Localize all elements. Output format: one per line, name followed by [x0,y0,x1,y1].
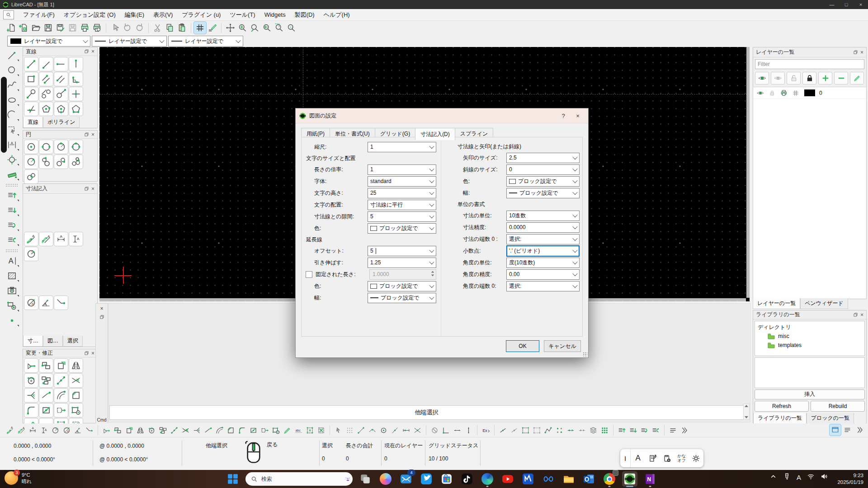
circle-tangent-d-icon[interactable] [24,169,38,184]
ime-dictionary-icon[interactable] [645,449,660,467]
weather-widget[interactable]: 3 9°C 晴れ [5,471,32,485]
circle-tangent-b-icon[interactable] [54,155,68,169]
grid-icon[interactable] [194,22,206,34]
mod-text-icon[interactable]: abc [293,425,304,436]
mod-trim-icon[interactable] [180,425,191,436]
zoom-in-icon[interactable] [236,22,249,34]
mod-move-copy-icon[interactable] [39,373,53,388]
snap-grid-icon[interactable] [344,425,355,436]
mod-mirror-icon[interactable] [135,425,146,436]
dialog-resize-grip[interactable] [583,352,587,357]
angular-format-combo[interactable]: 度(10進数) [506,258,580,268]
circle-2p-radius-icon[interactable] [54,140,68,154]
ext-enlarge-combo[interactable]: 1.25 [368,258,436,268]
restrict-vertical-icon[interactable] [463,425,474,436]
cat-hatch-icon[interactable] [4,268,20,283]
tab-line[interactable]: 直線 [23,117,43,128]
cat-block-icon[interactable] [4,298,20,313]
cat-arc-icon[interactable] [4,108,20,122]
deselect-intersected-icon[interactable] [576,425,588,436]
canvas-vscrollbar[interactable] [746,47,750,298]
line-tangent-2c-icon[interactable] [39,87,53,101]
snap-entity-icon[interactable] [367,425,378,436]
menu-plugins[interactable]: プラグイン (u) [177,9,225,20]
mod-copy-icon[interactable] [39,358,53,373]
scale-combo[interactable]: 1 [368,142,436,152]
mod-properties-icon[interactable] [69,403,83,418]
mod-move-icon[interactable] [101,425,112,436]
cat-ruler-icon[interactable] [4,167,20,182]
cat-image-icon[interactable] [4,283,20,298]
file-explorer-icon[interactable] [561,471,576,487]
line-rel-angle-icon[interactable] [24,102,38,116]
start-button[interactable] [225,471,241,487]
ok-button[interactable]: OK [506,340,539,352]
order-front-icon[interactable] [639,425,650,436]
chevron-more-icon[interactable] [679,425,690,436]
mod-delete-icon[interactable] [316,425,327,436]
close-panel-button[interactable]: × [860,312,863,318]
circle-3p-icon[interactable] [69,140,83,154]
edge-icon[interactable] [480,471,495,487]
mod-trim-icon[interactable] [69,373,83,388]
select-window-icon[interactable] [520,425,531,436]
mod-move-icon[interactable] [24,358,38,373]
mod-properties-icon[interactable] [270,425,282,436]
dim-linear-icon[interactable]: A [39,232,53,246]
snap-intersection-icon[interactable] [412,425,423,436]
line-parallel-icon[interactable] [54,72,68,86]
pen-linetype-combo[interactable]: レイヤー設定で [168,36,243,47]
dim-leader-icon[interactable] [84,425,95,436]
cat-text-icon[interactable]: A [4,253,20,268]
mod-scale-icon[interactable] [54,358,68,373]
ime-kana-toggle[interactable]: かなオフ [675,449,689,467]
mod-pen-icon[interactable] [282,425,293,436]
tab-dim-dock[interactable]: 寸… [23,336,43,347]
librecad-taskbar-icon[interactable] [622,471,637,487]
tab-dimensions[interactable]: 寸法記入(D) [415,128,455,140]
order-top-icon[interactable] [4,188,20,203]
dim-linear-icon[interactable]: A [16,425,27,436]
cat-point-icon[interactable] [4,313,20,328]
text-height-combo[interactable]: 25 [368,188,436,198]
layer-filter-input[interactable]: Filter [755,59,864,69]
line-2p-icon[interactable] [24,57,38,71]
plus-green-icon[interactable] [818,72,832,84]
menu-edit[interactable]: 編集(E) [120,9,149,20]
polygon-2-corners-icon[interactable] [69,102,83,116]
mod-divide-icon[interactable] [39,403,53,418]
line-right-angle-icon[interactable] [69,72,83,86]
chevron-more-icon[interactable] [854,424,865,436]
tab-polyline[interactable]: ポリライン [43,117,80,128]
new-from-template-icon[interactable] [18,22,30,34]
menu-options[interactable]: オプション設定 (O) [59,9,120,20]
circle-center-dot-icon[interactable] [24,155,38,169]
dim-diameter-icon[interactable]: d [61,425,72,436]
mod-explode-icon[interactable] [304,425,316,436]
lock-black-icon[interactable] [802,72,816,84]
store-icon[interactable] [439,471,454,487]
maximize-button[interactable]: □ [839,0,854,9]
line-vertical-icon[interactable] [69,57,83,71]
taskbar-clock[interactable]: 9:23 2025/01/19 [837,472,863,486]
close-panel-button[interactable]: × [91,48,94,55]
mod-stretch-icon[interactable] [259,425,270,436]
circle-2p-icon[interactable] [39,140,53,154]
float-panel-button[interactable] [854,312,858,318]
snap-center-icon[interactable] [378,425,389,436]
zoom-scale-icon[interactable]: 1:1 [285,22,297,34]
mod-stretch-icon[interactable] [54,403,68,418]
restrict-nothing-icon[interactable] [429,425,440,436]
twitter-icon[interactable] [419,471,434,487]
snap-free-icon[interactable] [333,425,344,436]
insert-button[interactable]: 挿入 [755,389,865,399]
menu-search-icon[interactable] [3,10,14,19]
float-panel-button[interactable] [85,131,89,138]
cat-line-icon[interactable] [4,48,20,63]
zoom-auto-icon[interactable] [249,22,261,34]
dim-diameter-icon[interactable]: d [24,296,38,310]
font-combo[interactable]: standard [368,176,436,187]
tab-block-list[interactable]: ブロックの一覧 [807,413,854,424]
tab-library-list[interactable]: ライブラリの一覧 [753,413,807,424]
snap-endpoint-icon[interactable] [355,425,367,436]
